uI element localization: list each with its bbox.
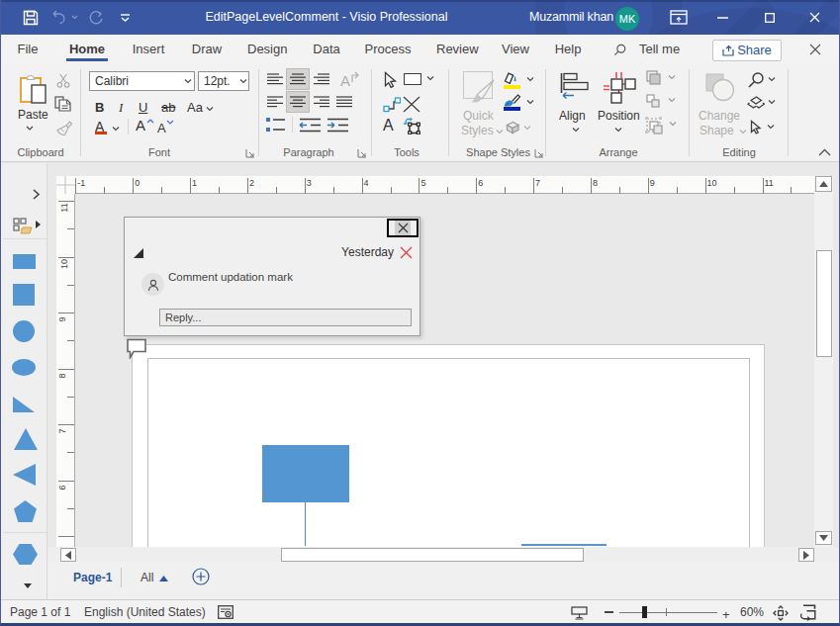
svg-text:A: A — [340, 72, 350, 89]
